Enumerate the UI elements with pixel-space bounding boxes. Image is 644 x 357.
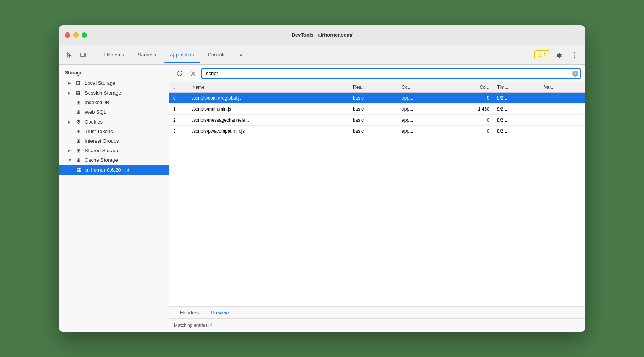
tab-preview[interactable]: Preview bbox=[205, 307, 235, 318]
cell-content-type: app... bbox=[398, 126, 446, 137]
bottom-tab-bar: Headers Preview bbox=[169, 307, 585, 319]
tab-elements[interactable]: Elements bbox=[97, 50, 130, 60]
close-button[interactable] bbox=[65, 32, 70, 38]
table-row[interactable]: 2 /scripts/messagechannela... basic app.… bbox=[169, 115, 585, 126]
arrow-icon: ▶ bbox=[68, 81, 72, 85]
col-name: Name bbox=[188, 82, 349, 93]
cell-name: /scripts/main.min.js bbox=[188, 104, 349, 115]
table-row[interactable]: 0 /scripts/comlink.global.js basic app..… bbox=[169, 93, 585, 104]
cell-num: 0 bbox=[169, 93, 188, 104]
sidebar-item-session-storage[interactable]: ▶ ▦ Session Storage bbox=[59, 88, 169, 98]
cell-name: /scripts/pwacompat.min.js bbox=[188, 126, 349, 137]
table-area: # Name Res... Co... Co... Tim... Var... … bbox=[169, 82, 585, 306]
cell-content-length: 1,460 bbox=[446, 104, 493, 115]
sidebar-item-label: Web SQL bbox=[85, 109, 163, 115]
search-input[interactable] bbox=[201, 68, 581, 79]
sidebar-item-cookies[interactable]: ▶ ⚙ Cookies bbox=[59, 117, 169, 127]
tab-headers[interactable]: Headers bbox=[174, 307, 205, 318]
table-header-row: # Name Res... Co... Co... Tim... Var... bbox=[169, 82, 585, 93]
sidebar-item-label: Trust Tokens bbox=[85, 129, 163, 134]
cache-table: # Name Res... Co... Co... Tim... Var... … bbox=[169, 82, 585, 137]
toolbar: Elements Sources Application Console » ⚠… bbox=[59, 45, 585, 65]
sidebar-item-shared-storage[interactable]: ▶ ⊞ Shared Storage bbox=[59, 146, 169, 155]
cache-child-icon: ▦ bbox=[76, 167, 82, 173]
col-num: # bbox=[169, 82, 188, 93]
sidebar-item-local-storage[interactable]: ▶ ▦ Local Storage bbox=[59, 78, 169, 88]
warning-badge[interactable]: ⚠ 2 bbox=[534, 50, 550, 60]
sidebar-item-label: IndexedDB bbox=[85, 100, 163, 105]
interest-groups-icon: ⊞ bbox=[75, 138, 82, 144]
sidebar-item-trust-tokens[interactable]: ▶ ⊞ Trust Tokens bbox=[59, 127, 169, 136]
sidebar-item-label: Cache Storage bbox=[85, 157, 163, 163]
indexeddb-icon: ⊞ bbox=[75, 100, 82, 105]
cookies-icon: ⚙ bbox=[75, 119, 82, 125]
trust-tokens-icon: ⊞ bbox=[75, 129, 82, 134]
search-clear-button[interactable]: ✕ bbox=[572, 71, 578, 77]
cell-vary bbox=[540, 93, 585, 104]
arrow-icon: ▶ bbox=[68, 120, 72, 124]
web-sql-icon: ⊞ bbox=[75, 109, 82, 115]
cell-name: /scripts/messagechannela... bbox=[188, 115, 349, 126]
cell-vary bbox=[540, 126, 585, 137]
table-row[interactable]: 3 /scripts/pwacompat.min.js basic app...… bbox=[169, 126, 585, 137]
devtools-window: DevTools - airhorner.com/ Elements Sourc… bbox=[59, 25, 585, 332]
minimize-button[interactable] bbox=[73, 32, 79, 38]
cursor-tool-button[interactable] bbox=[63, 49, 76, 61]
settings-button[interactable] bbox=[553, 49, 565, 61]
cell-content-length: 0 bbox=[446, 126, 493, 137]
table-row[interactable]: 1 /scripts/main.min.js basic app... 1,46… bbox=[169, 104, 585, 115]
filter-bar: ✕ bbox=[169, 65, 585, 82]
storage-section-header: Storage bbox=[59, 68, 169, 78]
col-vary: Var... bbox=[540, 82, 585, 93]
traffic-lights bbox=[65, 32, 87, 38]
sidebar-item-web-sql[interactable]: ▶ ⊞ Web SQL bbox=[59, 107, 169, 117]
sidebar-item-cache-child[interactable]: ▦ airhorner-0.6.20 - ht bbox=[59, 165, 169, 175]
cell-response-type: basic bbox=[349, 104, 398, 115]
sidebar-item-cache-storage[interactable]: ▼ ⊞ Cache Storage bbox=[59, 155, 169, 165]
sidebar-item-indexeddb[interactable]: ▶ ⊞ IndexedDB bbox=[59, 98, 169, 107]
refresh-button[interactable] bbox=[174, 68, 185, 79]
col-time: Tim... bbox=[493, 82, 541, 93]
content-area: ✕ # Name Res... Co... Co... Tim... Var bbox=[169, 65, 585, 332]
cell-content-type: app... bbox=[398, 93, 446, 104]
tab-console[interactable]: Console bbox=[202, 50, 232, 60]
sidebar-item-interest-groups[interactable]: ▶ ⊞ Interest Groups bbox=[59, 136, 169, 146]
matching-entries-label: Matching entries: 4 bbox=[174, 323, 213, 328]
device-toolbar-button[interactable] bbox=[77, 49, 89, 61]
sidebar-item-label: Shared Storage bbox=[85, 148, 163, 153]
maximize-button[interactable] bbox=[82, 32, 87, 38]
local-storage-icon: ▦ bbox=[75, 80, 82, 86]
clear-button[interactable] bbox=[188, 68, 198, 79]
arrow-icon: ▼ bbox=[68, 158, 72, 162]
svg-point-5 bbox=[574, 56, 575, 58]
cell-content-type: app... bbox=[398, 115, 446, 126]
cell-vary bbox=[540, 104, 585, 115]
cell-name: /scripts/comlink.global.js bbox=[188, 93, 349, 104]
cell-time: 8/2... bbox=[493, 104, 541, 115]
sidebar-item-label: Interest Groups bbox=[85, 138, 163, 144]
cell-num: 3 bbox=[169, 126, 188, 137]
tab-more[interactable]: » bbox=[233, 50, 248, 60]
title-bar: DevTools - airhorner.com/ bbox=[59, 25, 585, 45]
arrow-icon: ▶ bbox=[68, 91, 72, 95]
arrow-icon: ▶ bbox=[68, 148, 72, 153]
cell-num: 2 bbox=[169, 115, 188, 126]
more-options-button[interactable] bbox=[568, 49, 581, 61]
tab-application[interactable]: Application bbox=[164, 50, 200, 60]
sidebar-item-label: Session Storage bbox=[85, 90, 163, 96]
shared-storage-icon: ⊞ bbox=[75, 148, 82, 153]
cell-response-type: basic bbox=[349, 93, 398, 104]
tab-sources[interactable]: Sources bbox=[132, 50, 162, 60]
svg-rect-1 bbox=[84, 54, 86, 56]
cell-response-type: basic bbox=[349, 126, 398, 137]
window-title: DevTools - airhorner.com/ bbox=[291, 32, 352, 38]
bottom-status: Matching entries: 4 bbox=[169, 319, 585, 332]
toolbar-right: ⚠ 2 bbox=[534, 49, 581, 61]
search-wrapper: ✕ bbox=[201, 68, 581, 79]
cell-time: 8/2... bbox=[493, 93, 541, 104]
session-storage-icon: ▦ bbox=[75, 90, 82, 96]
cell-vary bbox=[540, 115, 585, 126]
cell-content-length: 0 bbox=[446, 115, 493, 126]
bottom-tabs: Headers Preview Matching entries: 4 bbox=[169, 306, 585, 332]
warning-count: 2 bbox=[544, 52, 547, 58]
